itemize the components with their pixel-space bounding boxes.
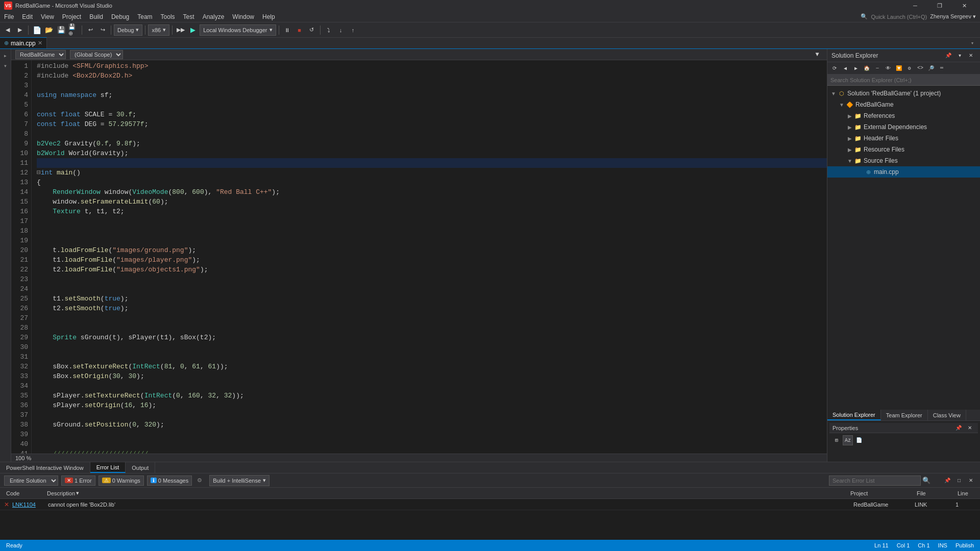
- toolbar-forward-btn[interactable]: ▶: [14, 24, 26, 36]
- code-content[interactable]: #include <SFML/Graphics.hpp> #include <B…: [32, 60, 827, 454]
- menu-team[interactable]: Team: [133, 11, 156, 22]
- error-pin-btn[interactable]: 📌: [942, 475, 952, 486]
- expand-header-files[interactable]: ▶: [846, 134, 854, 142]
- se-tab-class-view[interactable]: Class View: [928, 410, 966, 420]
- se-tb-forward-btn[interactable]: ▶: [851, 63, 861, 73]
- menu-analyze[interactable]: Analyze: [199, 11, 229, 22]
- status-line-col[interactable]: Ln 11: [872, 542, 891, 548]
- col-project[interactable]: Project: [848, 490, 915, 496]
- expand-references[interactable]: ▶: [846, 112, 854, 120]
- error-close-btn[interactable]: ✕: [966, 475, 976, 486]
- error-search-input[interactable]: [829, 475, 921, 486]
- se-close-btn[interactable]: ✕: [966, 51, 976, 61]
- error-maximize-btn[interactable]: □: [954, 475, 964, 486]
- toolbar-save-btn[interactable]: 💾: [56, 24, 67, 36]
- se-tb-filter-btn[interactable]: 🔽: [894, 63, 904, 73]
- toolbar-start-btn[interactable]: ▶: [187, 24, 199, 36]
- editor-scroll-btn[interactable]: ▼: [812, 49, 823, 60]
- toolbar-open-btn[interactable]: 📂: [43, 24, 55, 36]
- menu-view[interactable]: View: [37, 11, 58, 22]
- toolbar-new-project-btn[interactable]: 📄: [31, 24, 42, 36]
- tree-header-files[interactable]: ▶ 📁 Header Files: [827, 133, 980, 144]
- project-scope-select[interactable]: RedBallGame: [15, 50, 66, 59]
- se-tb-home-btn[interactable]: 🏠: [862, 63, 872, 73]
- se-tb-properties-btn[interactable]: ⚙: [904, 63, 915, 73]
- tree-references[interactable]: ▶ 📁 References: [827, 110, 980, 121]
- se-tb-show-all-btn[interactable]: 👁: [883, 63, 893, 73]
- error-row-0[interactable]: ✕ LNK1104 cannot open file 'Box2D.lib' R…: [0, 499, 980, 510]
- tab-close-btn[interactable]: ✕: [38, 40, 42, 46]
- status-ready[interactable]: Ready: [4, 542, 24, 548]
- expand-ext-deps[interactable]: ▶: [846, 123, 854, 131]
- tree-main-cpp[interactable]: ▶ ⊕ main.cpp: [827, 166, 980, 178]
- tree-source-files[interactable]: ▼ 📁 Source Files: [827, 155, 980, 166]
- props-pin-btn[interactable]: 📌: [953, 423, 964, 433]
- indicator-2[interactable]: ▼: [1, 61, 10, 70]
- menu-window[interactable]: Window: [228, 11, 258, 22]
- tree-solution[interactable]: ▼ ⬡ Solution 'RedBallGame' (1 project): [827, 88, 980, 99]
- se-pin-btn[interactable]: 📌: [943, 51, 953, 61]
- toolbar-step-into-btn[interactable]: ↓: [335, 24, 347, 36]
- status-publish[interactable]: Publish: [953, 542, 976, 548]
- error-scope-select[interactable]: Entire Solution: [4, 475, 58, 486]
- tree-project[interactable]: ▼ 🔶 RedBallGame: [827, 99, 980, 110]
- bottom-tab-error-list[interactable]: Error List: [90, 462, 126, 473]
- menu-edit[interactable]: Edit: [18, 11, 37, 22]
- se-dropdown-btn[interactable]: ▾: [954, 51, 965, 61]
- col-code[interactable]: Code: [4, 490, 45, 496]
- toolbar-save-all-btn[interactable]: 💾⊕: [68, 24, 79, 36]
- error-search-btn[interactable]: 🔍: [921, 477, 932, 484]
- toolbar-back-btn[interactable]: ◀: [2, 24, 13, 36]
- props-close-btn[interactable]: ✕: [965, 423, 975, 433]
- menu-tools[interactable]: Tools: [157, 11, 179, 22]
- se-tb-collapse-btn[interactable]: ─: [872, 63, 883, 73]
- bottom-tab-output[interactable]: Output: [126, 462, 155, 473]
- menu-test[interactable]: Test: [179, 11, 199, 22]
- menu-project[interactable]: Project: [58, 11, 85, 22]
- expand-project[interactable]: ▼: [838, 101, 846, 109]
- start-debugger-dropdown[interactable]: Local Windows Debugger ▾: [200, 24, 276, 36]
- col-description[interactable]: Description ▾: [45, 490, 848, 496]
- tree-external-deps[interactable]: ▶ 📁 External Dependencies: [827, 121, 980, 133]
- indicator-1[interactable]: ▶: [1, 51, 10, 60]
- solution-search-input[interactable]: [827, 74, 980, 86]
- restore-btn[interactable]: ❐: [928, 0, 951, 11]
- prop-btn-categorized[interactable]: ⊞: [831, 435, 842, 445]
- menu-debug[interactable]: Debug: [107, 11, 133, 22]
- status-ins[interactable]: INS: [936, 542, 949, 548]
- toolbar-undo-btn[interactable]: ↩: [85, 24, 96, 36]
- toolbar-restart-btn[interactable]: ↺: [306, 24, 317, 36]
- prop-btn-pages[interactable]: 📄: [854, 435, 864, 445]
- toolbar-pause-btn[interactable]: ⏸: [282, 24, 293, 36]
- minimize-btn[interactable]: ─: [903, 0, 927, 11]
- symbol-scope-select[interactable]: (Global Scope): [70, 50, 123, 59]
- tab-main-cpp[interactable]: ⊕ main.cpp ✕: [0, 37, 47, 48]
- platform-dropdown[interactable]: x86 ▾: [148, 24, 169, 36]
- menu-file[interactable]: File: [0, 11, 18, 22]
- toolbar-attach-btn[interactable]: ▶▶: [175, 24, 186, 36]
- se-tb-view-btn[interactable]: 🔎: [926, 63, 936, 73]
- se-tb-code-btn[interactable]: <>: [915, 63, 925, 73]
- prop-btn-alpha[interactable]: Az: [843, 435, 853, 445]
- toolbar-step-out-btn[interactable]: ↑: [348, 24, 359, 36]
- close-btn[interactable]: ✕: [952, 0, 976, 11]
- se-tb-sync-btn[interactable]: ⟳: [829, 63, 840, 73]
- warning-filter-btn[interactable]: ⚠ 0 Warnings: [99, 475, 144, 486]
- debug-mode-dropdown[interactable]: Debug ▾: [114, 24, 142, 36]
- se-tb-back-btn[interactable]: ◀: [840, 63, 850, 73]
- se-tab-solution-explorer[interactable]: Solution Explorer: [827, 410, 881, 420]
- expand-resource-files[interactable]: ▶: [846, 145, 854, 154]
- zoom-level[interactable]: 100 %: [15, 455, 31, 461]
- menu-help[interactable]: Help: [258, 11, 279, 22]
- status-ch[interactable]: Ch 1: [916, 542, 932, 548]
- expand-solution[interactable]: ▼: [829, 89, 838, 97]
- menu-build[interactable]: Build: [85, 11, 107, 22]
- code-editor-body[interactable]: 12345 678910 1112131415 1617181920 21222…: [11, 60, 827, 454]
- se-tab-team-explorer[interactable]: Team Explorer: [881, 410, 928, 420]
- status-col[interactable]: Col 1: [895, 542, 912, 548]
- toolbar-redo-btn[interactable]: ↪: [97, 24, 108, 36]
- col-line[interactable]: Line: [955, 490, 976, 496]
- se-tb-more-btn[interactable]: ═: [937, 63, 947, 73]
- col-file[interactable]: File: [915, 490, 955, 496]
- tab-list-btn[interactable]: ▾: [967, 37, 978, 48]
